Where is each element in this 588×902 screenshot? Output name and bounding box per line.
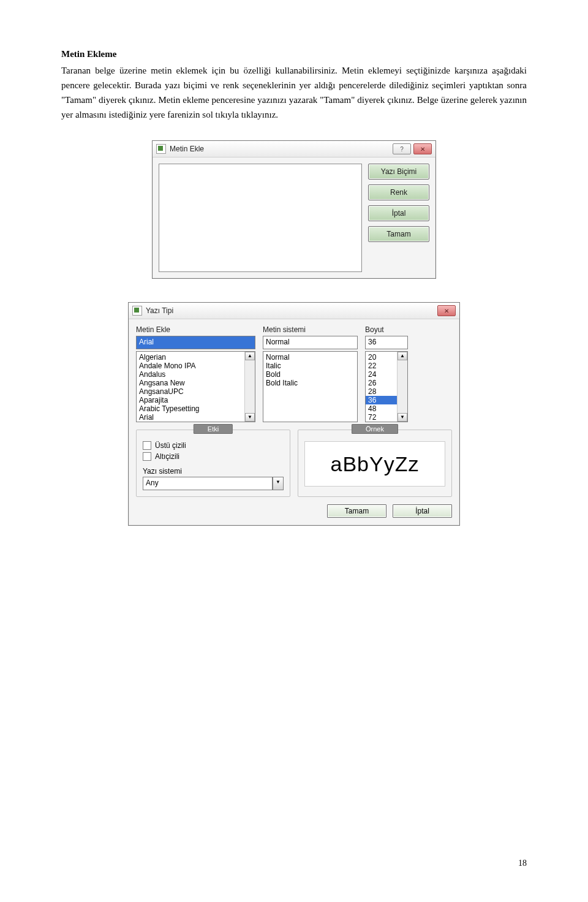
- underline-checkbox[interactable]: Altıçizili: [143, 452, 284, 461]
- list-item[interactable]: AngsanaUPC: [137, 387, 255, 396]
- font-family-input[interactable]: Arial: [136, 336, 255, 349]
- font-style-label: Metin sistemi: [263, 325, 358, 334]
- ok-button[interactable]: Tamam: [327, 504, 386, 518]
- dialog-titlebar: Metin Ekle ? ✕: [153, 141, 435, 157]
- help-button[interactable]: ?: [393, 143, 411, 154]
- scroll-up-icon[interactable]: ▲: [398, 352, 407, 360]
- font-style-listbox[interactable]: Normal Italic Bold Bold Italic: [263, 351, 358, 422]
- list-item[interactable]: Aparajita: [137, 396, 255, 404]
- scroll-down-icon[interactable]: ▼: [398, 413, 407, 422]
- text-input-area[interactable]: [159, 164, 362, 272]
- ok-button[interactable]: Tamam: [368, 226, 429, 242]
- page-number: 18: [518, 858, 527, 868]
- underline-label: Altıçizili: [155, 452, 179, 461]
- close-button[interactable]: ✕: [413, 143, 432, 154]
- scrollbar[interactable]: ▲ ▼: [397, 352, 407, 422]
- list-item[interactable]: Normal: [263, 353, 357, 362]
- yazi-tipi-dialog: Yazı Tipi ✕ Metin Ekle Arial Algerian An…: [128, 302, 460, 526]
- strikeout-checkbox[interactable]: Üstü çizili: [143, 441, 284, 450]
- sample-group-label: Örnek: [352, 424, 398, 434]
- font-size-label: Boyut: [365, 325, 408, 334]
- section-paragraph: Taranan belge üzerine metin eklemek için…: [61, 63, 527, 122]
- list-item[interactable]: Bold Italic: [263, 379, 357, 387]
- script-label: Yazı sistemi: [143, 467, 284, 476]
- list-item[interactable]: Bold: [263, 370, 357, 379]
- font-family-listbox[interactable]: Algerian Andale Mono IPA Andalus Angsana…: [136, 351, 255, 422]
- cancel-button[interactable]: İptal: [393, 504, 452, 518]
- list-item[interactable]: Algerian: [137, 353, 255, 362]
- font-size-listbox[interactable]: 20 22 24 26 28 36 48 72 ▲ ▼: [365, 351, 408, 422]
- scrollbar[interactable]: ▲ ▼: [244, 352, 255, 422]
- list-item[interactable]: Arial: [137, 413, 255, 422]
- list-item[interactable]: Andalus: [137, 370, 255, 379]
- app-icon: [132, 306, 142, 316]
- metin-ekle-dialog: Metin Ekle ? ✕ Yazı Biçimi Renk İptal Ta…: [152, 140, 436, 279]
- scroll-up-icon[interactable]: ▲: [245, 352, 255, 360]
- font-family-label: Metin Ekle: [136, 325, 255, 334]
- effects-group-label: Etki: [194, 424, 233, 434]
- dialog-title: Metin Ekle: [170, 145, 204, 153]
- checkbox-icon[interactable]: [143, 441, 151, 450]
- font-style-button[interactable]: Yazı Biçimi: [368, 164, 429, 180]
- section-heading: Metin Ekleme: [61, 49, 527, 59]
- checkbox-icon[interactable]: [143, 452, 151, 461]
- script-dropdown[interactable]: Any: [143, 477, 273, 490]
- app-icon: [156, 144, 166, 154]
- close-button[interactable]: ✕: [437, 305, 456, 316]
- strikeout-label: Üstü çizili: [155, 441, 186, 450]
- cancel-button[interactable]: İptal: [368, 205, 429, 221]
- screenshot-area: Metin Ekle ? ✕ Yazı Biçimi Renk İptal Ta…: [61, 140, 527, 526]
- dialog-titlebar: Yazı Tipi ✕: [129, 303, 459, 319]
- font-style-input[interactable]: Normal: [263, 336, 358, 349]
- scroll-down-icon[interactable]: ▼: [245, 413, 255, 422]
- color-button[interactable]: Renk: [368, 184, 429, 200]
- list-item[interactable]: Andale Mono IPA: [137, 362, 255, 370]
- list-item[interactable]: Arabic Typesetting: [137, 404, 255, 413]
- sample-preview: aBbYyZz: [304, 441, 445, 487]
- list-item[interactable]: Angsana New: [137, 379, 255, 387]
- font-size-input[interactable]: 36: [365, 336, 408, 349]
- chevron-down-icon[interactable]: ▼: [273, 477, 284, 490]
- list-item[interactable]: Italic: [263, 362, 357, 370]
- dialog-title: Yazı Tipi: [146, 306, 173, 315]
